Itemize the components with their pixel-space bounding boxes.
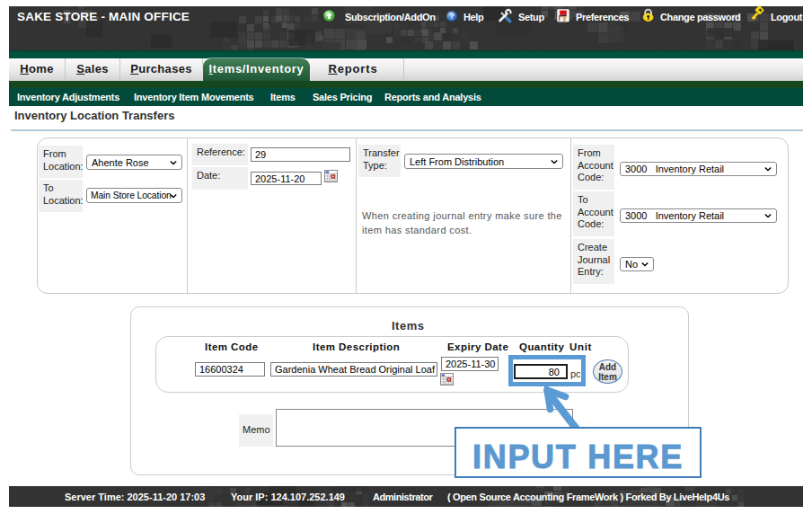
svg-text:?: ?	[449, 12, 455, 21]
